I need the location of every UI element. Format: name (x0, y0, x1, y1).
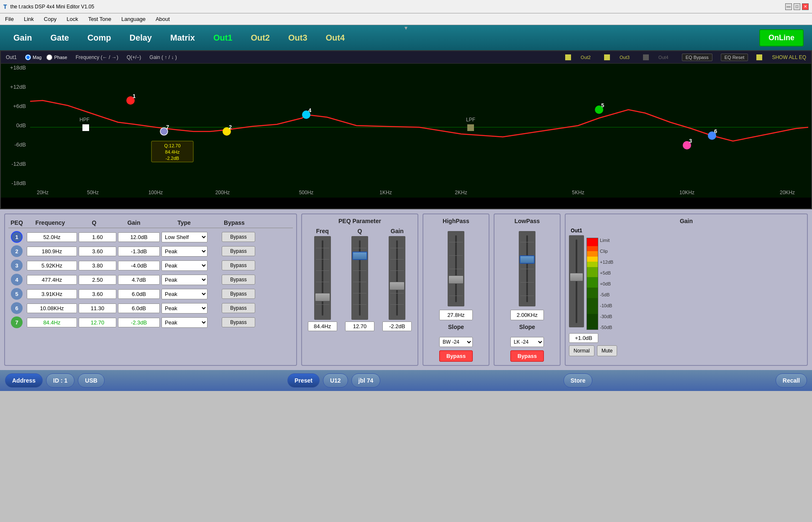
peq-freq-3[interactable] (27, 261, 77, 270)
peq-q-3[interactable] (79, 261, 116, 270)
eq-reset-button[interactable]: EQ Reset (721, 54, 748, 61)
peq-q-6[interactable] (79, 303, 116, 313)
peq-num-7[interactable]: 7 (11, 316, 23, 328)
bypass-btn-6[interactable]: Bypass (222, 303, 255, 313)
peq-num-3[interactable]: 3 (11, 260, 23, 271)
menu-about[interactable]: About (154, 15, 172, 23)
lowpass-bypass-button[interactable]: Bypass (510, 350, 544, 362)
usb-button[interactable]: USB (78, 373, 105, 388)
peq-freq-5[interactable] (27, 289, 77, 299)
peq-type-5[interactable]: PeakLow ShelfHigh Shelf (161, 289, 207, 299)
peq-gain-4[interactable] (118, 275, 160, 285)
svg-text:20Hz: 20Hz (37, 190, 49, 195)
peq-num-1[interactable]: 1 (11, 231, 23, 243)
highpass-value[interactable] (439, 310, 473, 320)
svg-text:5: 5 (601, 102, 604, 108)
gain-slider[interactable] (389, 236, 405, 320)
peq-q-4[interactable] (79, 275, 116, 285)
peq-freq-4[interactable] (27, 275, 77, 285)
peq-type-6[interactable]: PeakLow ShelfHigh Shelf (161, 303, 207, 314)
peq-gain-2[interactable] (118, 247, 160, 256)
peq-freq-7[interactable] (27, 318, 77, 327)
tab-out1[interactable]: Out1 (205, 30, 241, 46)
col-bypass: Bypass (213, 219, 255, 226)
mag-radio[interactable]: Mag (25, 54, 41, 60)
menu-lock[interactable]: Lock (65, 15, 79, 23)
peq-q-2[interactable] (79, 247, 116, 256)
tab-comp[interactable]: Comp (79, 30, 120, 46)
bypass-btn-7[interactable]: Bypass (222, 317, 255, 327)
menu-language[interactable]: Language (120, 15, 147, 23)
menu-file[interactable]: File (3, 15, 15, 23)
peq-gain-6[interactable] (118, 303, 160, 313)
peq-freq-1[interactable] (27, 232, 77, 242)
peq-num-6[interactable]: 6 (11, 302, 23, 314)
menu-link[interactable]: Link (22, 15, 36, 23)
peq-freq-2[interactable] (27, 247, 77, 256)
tab-out4[interactable]: Out4 (318, 30, 353, 46)
peq-type-7[interactable]: PeakLow ShelfHigh Shelf (161, 317, 207, 328)
db-5-label: +5dB (600, 270, 613, 275)
peq-type-4[interactable]: PeakLow ShelfHigh Shelf (161, 275, 207, 285)
highpass-bypass-button[interactable]: Bypass (439, 350, 473, 362)
lowpass-value[interactable] (510, 310, 544, 320)
bypass-btn-5[interactable]: Bypass (222, 289, 255, 299)
tab-out3[interactable]: Out3 (280, 30, 316, 46)
online-button[interactable]: OnLine (759, 29, 804, 46)
menu-copy[interactable]: Copy (42, 15, 58, 23)
peq-type-3[interactable]: PeakLow ShelfHigh Shelf (161, 260, 207, 271)
gain-fader[interactable] (569, 235, 584, 327)
maximize-button[interactable]: □ (794, 3, 800, 10)
highpass-slider[interactable] (448, 231, 464, 306)
minimize-button[interactable]: — (785, 3, 792, 10)
peq-gain-1[interactable] (118, 232, 160, 242)
peq-type-2[interactable]: PeakLow ShelfHigh Shelf (161, 246, 207, 257)
tab-gate[interactable]: Gate (42, 30, 77, 46)
q-slider[interactable] (351, 236, 368, 320)
bypass-btn-1[interactable]: Bypass (222, 232, 255, 242)
table-row: 5 PeakLow ShelfHigh Shelf Bypass (8, 287, 293, 301)
menu-bar: File Link Copy Lock Test Tone Language A… (0, 13, 812, 25)
peq-q-1[interactable] (79, 232, 116, 242)
lowpass-slider[interactable] (519, 231, 535, 306)
peq-q-7[interactable] (79, 318, 116, 327)
freq-slider[interactable] (314, 236, 331, 320)
address-button[interactable]: Address (5, 373, 43, 388)
mute-button[interactable]: Mute (597, 345, 617, 356)
freq-value[interactable]: 84.4Hz (308, 321, 337, 331)
q-value[interactable]: 12.70 (345, 321, 374, 331)
table-row: 4 PeakLow ShelfHigh Shelf Bypass (8, 273, 293, 287)
peq-freq-6[interactable] (27, 303, 77, 313)
peq-type-1[interactable]: Low ShelfPeakHigh ShelfHPFLPF (161, 232, 207, 242)
phase-radio[interactable]: Phase (46, 54, 67, 60)
bypass-btn-2[interactable]: Bypass (222, 246, 255, 256)
recall-button[interactable]: Recall (776, 373, 807, 388)
bypass-btn-4[interactable]: Bypass (222, 275, 255, 285)
eq-graph[interactable]: +18dB +12dB +6dB 0dB -6dB -12dB -18dB 20… (1, 64, 811, 198)
eq-bypass-button[interactable]: EQ Bypass (682, 54, 712, 61)
table-row: 7 PeakLow ShelfHigh Shelf Bypass (8, 315, 293, 329)
gain-db-input[interactable] (569, 333, 598, 343)
peq-gain-7[interactable] (118, 318, 160, 327)
store-button[interactable]: Store (564, 373, 593, 388)
menu-test-tone[interactable]: Test Tone (87, 15, 113, 23)
svg-text:LPF: LPF (466, 117, 475, 123)
bypass-btn-3[interactable]: Bypass (222, 260, 255, 270)
highpass-slope-select[interactable]: BW -24BW -12LK -24 (439, 337, 473, 347)
peq-q-5[interactable] (79, 289, 116, 299)
preset-button[interactable]: Preset (287, 373, 320, 388)
close-button[interactable]: ✕ (802, 3, 809, 10)
peq-gain-5[interactable] (118, 289, 160, 299)
tab-out2[interactable]: Out2 (242, 30, 278, 46)
tab-delay[interactable]: Delay (121, 30, 160, 46)
tab-matrix[interactable]: Matrix (162, 30, 203, 46)
peq-num-2[interactable]: 2 (11, 245, 23, 257)
peq-num-5[interactable]: 5 (11, 288, 23, 300)
tab-gain[interactable]: Gain (5, 30, 40, 46)
normal-button[interactable]: Normal (569, 345, 594, 356)
peq-num-4[interactable]: 4 (11, 274, 23, 285)
gain-value[interactable]: -2.2dB (382, 321, 412, 331)
lowpass-slope-select[interactable]: LK -24BW -24BW -12 (510, 337, 544, 347)
svg-text:-2.2dB: -2.2dB (166, 156, 179, 161)
peq-gain-3[interactable] (118, 261, 160, 270)
